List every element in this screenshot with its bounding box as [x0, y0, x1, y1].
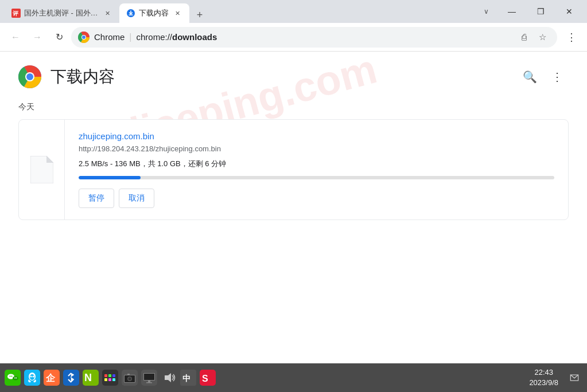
page-header: 下载内容 🔍 ⋮	[18, 65, 569, 88]
address-separator: |	[129, 32, 131, 42]
download-filename[interactable]: zhujiceping.com.bin	[79, 131, 554, 141]
download-status: 2.5 MB/s - 136 MB，共 1.0 GB，还剩 6 分钟	[79, 159, 554, 169]
svg-point-19	[30, 376, 32, 378]
taskbar-clock[interactable]: 22:43 2023/9/8	[524, 367, 563, 388]
tab-strip: 评 国外主机测评 - 国外VPS, ✕ 下载内容 ✕	[5, 0, 478, 23]
taskbar-camera-icon[interactable]	[122, 370, 138, 386]
nav-extra: ⋮	[562, 28, 581, 47]
bookmark-button[interactable]: ☆	[534, 29, 550, 45]
back-button[interactable]: ←	[6, 28, 25, 47]
tab1-title: 国外主机测评 - 国外VPS,	[24, 8, 99, 18]
new-tab-icon: +	[197, 9, 203, 21]
svg-rect-38	[127, 374, 130, 375]
page-menu-button[interactable]: ⋮	[546, 65, 569, 88]
forward-button[interactable]: →	[28, 28, 47, 47]
share-button[interactable]: ⎙	[516, 29, 532, 45]
page-more-icon: ⋮	[551, 70, 563, 84]
search-button[interactable]: 🔍	[518, 65, 541, 88]
tab-2[interactable]: 下载内容 ✕	[119, 3, 189, 23]
address-brand: Chrome	[94, 32, 125, 42]
progress-bar-container	[79, 176, 554, 179]
download-card: zhujiceping.com.bin http://198.204.243.2…	[18, 119, 569, 220]
back-icon: ←	[11, 32, 20, 42]
svg-rect-42	[148, 381, 150, 382]
taskbar-wechat-icon[interactable]	[5, 370, 21, 386]
minimize-button[interactable]: —	[499, 2, 525, 21]
download-url: http://198.204.243.218/zhujiceping.com.b…	[79, 144, 554, 153]
svg-point-5	[82, 36, 85, 39]
svg-point-12	[10, 376, 11, 377]
svg-point-8	[26, 73, 33, 80]
svg-point-37	[129, 378, 131, 381]
restore-button[interactable]: ❒	[527, 2, 554, 21]
tab1-favicon: 评	[11, 9, 21, 18]
svg-rect-30	[104, 378, 107, 381]
taskbar: 企 N	[0, 363, 587, 392]
svg-rect-28	[108, 374, 111, 377]
address-url: chrome://downloads	[137, 32, 217, 42]
svg-text:N: N	[84, 372, 92, 383]
search-icon: 🔍	[523, 70, 537, 84]
tab2-close-button[interactable]: ✕	[172, 8, 182, 18]
taskbar-color-app-icon[interactable]	[102, 370, 118, 386]
browser-window: 评 国外主机测评 - 国外VPS, ✕ 下载内容 ✕	[0, 0, 587, 392]
taskbar-bluetooth-icon[interactable]	[63, 370, 79, 386]
bookmark-icon: ☆	[539, 32, 546, 42]
svg-text:中: 中	[182, 374, 191, 383]
page-header-actions: 🔍 ⋮	[518, 65, 569, 88]
download-info: zhujiceping.com.bin http://198.204.243.2…	[65, 120, 568, 219]
tab-1[interactable]: 评 国外主机测评 - 国外VPS, ✕	[5, 3, 119, 23]
taskbar-date: 2023/9/8	[529, 378, 558, 388]
svg-rect-41	[144, 374, 154, 380]
taskbar-monitor-icon[interactable]	[141, 370, 157, 386]
svg-rect-43	[146, 382, 152, 383]
reload-button[interactable]: ↻	[49, 28, 69, 47]
file-icon	[30, 156, 53, 183]
chrome-logo-small	[78, 32, 90, 43]
svg-rect-27	[104, 374, 107, 377]
svg-point-15	[16, 378, 17, 379]
page-title: 下载内容	[50, 66, 115, 88]
progress-bar-fill	[79, 176, 141, 179]
svg-point-20	[33, 376, 34, 378]
restore-icon: ❒	[537, 7, 545, 16]
forward-icon: →	[33, 32, 42, 42]
svg-point-11	[13, 377, 18, 381]
taskbar-tencent-icon[interactable]: 企	[44, 370, 60, 386]
page-content: zhujiceping.com 下载内容 🔍	[0, 52, 587, 363]
svg-text:企: 企	[45, 373, 56, 383]
new-tab-button[interactable]: +	[192, 7, 208, 23]
section-today: 今天	[18, 102, 569, 112]
tab2-title: 下载内容	[139, 8, 169, 18]
title-bar: 评 国外主机测评 - 国外VPS, ✕ 下载内容 ✕	[0, 0, 587, 23]
close-button[interactable]: ✕	[556, 2, 582, 21]
chrome-logo-large	[18, 65, 41, 88]
window-controls: — ❒ ✕	[499, 2, 582, 21]
download-file-icon-area	[19, 120, 65, 219]
tab-chevron-button[interactable]: ∨	[478, 3, 494, 19]
svg-point-14	[14, 378, 15, 379]
tab1-close-button[interactable]: ✕	[102, 8, 112, 18]
cancel-button[interactable]: 取消	[119, 189, 154, 208]
svg-text:S: S	[202, 374, 208, 383]
taskbar-qq-icon[interactable]	[24, 370, 40, 386]
navigation-bar: ← → ↻ Chrome | chrome://downloads	[0, 23, 587, 52]
address-bar[interactable]: Chrome | chrome://downloads ⎙ ☆	[71, 27, 557, 48]
svg-rect-32	[112, 378, 115, 381]
address-actions: ⎙ ☆	[516, 29, 550, 45]
taskbar-nvidia-icon[interactable]: N	[83, 370, 99, 386]
pause-button[interactable]: 暂停	[79, 189, 114, 208]
taskbar-volume-icon[interactable]	[161, 370, 177, 386]
taskbar-time: 22:43	[534, 367, 553, 378]
more-icon: ⋮	[566, 31, 577, 44]
svg-rect-31	[108, 378, 111, 381]
main-menu-button[interactable]: ⋮	[562, 28, 581, 47]
svg-text:评: 评	[13, 10, 19, 17]
taskbar-input-icon[interactable]: 中	[180, 370, 196, 386]
minimize-icon: —	[508, 7, 516, 16]
svg-rect-29	[112, 374, 115, 377]
chevron-down-icon: ∨	[484, 7, 489, 15]
taskbar-notification-button[interactable]	[566, 370, 582, 386]
taskbar-sogou-icon[interactable]: S	[200, 370, 216, 386]
tab2-favicon	[126, 9, 135, 18]
